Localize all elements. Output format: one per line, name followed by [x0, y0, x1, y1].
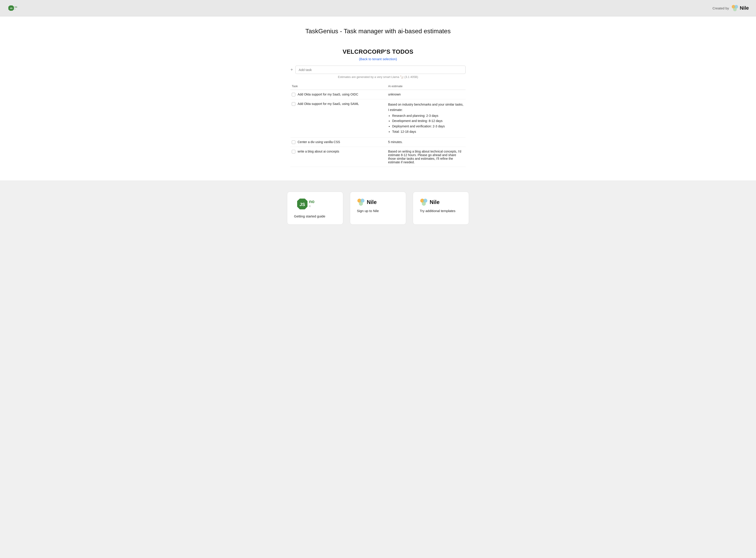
task-checkbox[interactable]	[292, 102, 295, 106]
card-getting-started[interactable]: JS node ® Getting started guide	[287, 192, 343, 225]
card-nile-logo-signup: Nile	[357, 198, 377, 206]
task-cell: Center a div using vanilla CSS	[290, 137, 387, 147]
task-table: Task Ai estimate Add Okta support for my…	[290, 83, 466, 167]
svg-text:node: node	[309, 199, 314, 204]
task-checkbox[interactable]	[292, 141, 295, 144]
svg-text:®: ®	[309, 205, 311, 208]
nile-wordmark-signup: Nile	[367, 199, 377, 205]
ai-estimate-cell: unknown	[387, 90, 466, 99]
cards-row: JS node ® Getting started guide Nile Sig…	[277, 192, 479, 225]
nile-wordmark-templates: Nile	[429, 199, 440, 205]
svg-point-17	[422, 202, 426, 206]
nile-wordmark: Nile	[740, 5, 749, 11]
card-sign-up[interactable]: Nile Sign up to Nile	[350, 192, 406, 225]
task-cell: Add Okta support for my SaaS, using SAML	[290, 99, 387, 137]
created-by-label: Created by	[712, 6, 729, 10]
nile-icon-templates	[420, 198, 428, 206]
svg-text:node: node	[15, 6, 17, 8]
page-title: TaskGenius - Task manager with ai-based …	[0, 28, 756, 35]
add-task-plus-icon[interactable]: +	[290, 67, 293, 72]
llama-note: Estimates are generated by a very smart …	[290, 75, 466, 79]
svg-text:JS: JS	[299, 202, 305, 207]
task-text: Add Okta support for my SaaS, using SAML	[297, 102, 359, 106]
card-getting-started-title: Getting started guide	[294, 214, 325, 218]
todo-heading: VELCROCORP'S TODOS	[290, 48, 466, 55]
bottom-section: JS node ® Getting started guide Nile Sig…	[0, 180, 756, 236]
page-header: JS node ® Created by Nile	[0, 0, 756, 17]
nodejs-svg-icon: JS node ®	[7, 3, 17, 13]
ai-estimate: Based on writing a blog about technical …	[388, 150, 464, 164]
ai-estimate: 5 minutes.	[388, 140, 464, 144]
estimate-intro: Based on industry benchmarks and your si…	[388, 102, 464, 113]
add-task-row: +	[290, 66, 466, 74]
task-text: Add Okta support for my SaaS, using OIDC	[297, 93, 358, 96]
svg-point-7	[733, 8, 737, 11]
ai-estimate-cell: 5 minutes.	[387, 137, 466, 147]
nile-n-icon	[731, 4, 738, 12]
col-ai-header: Ai estimate	[387, 83, 466, 90]
estimate-items: Research and planning: 2-3 daysDevelopme…	[388, 113, 464, 134]
task-cell: write a blog about ai concepts	[290, 147, 387, 167]
back-link-container[interactable]: (Back to tenant selection)	[290, 57, 466, 61]
ai-estimate-list: Based on industry benchmarks and your si…	[388, 102, 464, 134]
header-right: Created by Nile	[712, 4, 749, 12]
table-row: Center a div using vanilla CSS 5 minutes…	[290, 137, 466, 147]
task-text: Center a div using vanilla CSS	[297, 140, 340, 144]
task-checkbox[interactable]	[292, 93, 295, 96]
add-task-input[interactable]	[295, 66, 466, 74]
ai-estimate-cell: Based on writing a blog about technical …	[387, 147, 466, 167]
table-header-row: Task Ai estimate	[290, 83, 466, 90]
todo-section: VELCROCORP'S TODOS (Back to tenant selec…	[286, 48, 470, 167]
nile-icon-signup	[357, 198, 365, 206]
card-templates-title: Try additional templates	[420, 209, 455, 213]
svg-point-14	[359, 202, 363, 206]
nodejs-logo-header: JS node ®	[7, 3, 17, 13]
ai-estimate: unknown	[388, 93, 464, 96]
nodejs-card-svg: JS node ®	[294, 198, 314, 211]
main-content: TaskGenius - Task manager with ai-based …	[0, 17, 756, 180]
table-row: Add Okta support for my SaaS, using OIDC…	[290, 90, 466, 99]
card-nile-logo-templates: Nile	[420, 198, 440, 206]
svg-text:JS: JS	[10, 7, 13, 9]
card-templates[interactable]: Nile Try additional templates	[413, 192, 469, 225]
table-row: write a blog about ai concepts Based on …	[290, 147, 466, 167]
back-to-tenant-link[interactable]: (Back to tenant selection)	[359, 57, 397, 61]
svg-text:®: ®	[15, 8, 16, 10]
task-cell: Add Okta support for my SaaS, using OIDC	[290, 90, 387, 99]
col-task-header: Task	[290, 83, 387, 90]
ai-estimate-cell: Based on industry benchmarks and your si…	[387, 99, 466, 137]
task-checkbox[interactable]	[292, 150, 295, 153]
table-row: Add Okta support for my SaaS, using SAML…	[290, 99, 466, 137]
task-text: write a blog about ai concepts	[297, 150, 339, 153]
card-sign-up-title: Sign up to Nile	[357, 209, 379, 213]
nile-logo-header: Nile	[731, 4, 749, 12]
card-nodejs-logo: JS node ®	[294, 198, 314, 211]
